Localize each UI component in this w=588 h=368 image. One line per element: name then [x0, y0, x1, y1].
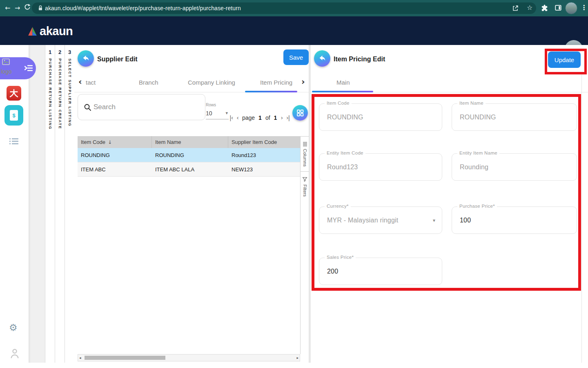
- header-supplier-item-code[interactable]: Supplier Item Code: [228, 136, 300, 148]
- filters-label: Filters: [303, 184, 307, 197]
- cell-supplier-item-code: Round123: [228, 148, 300, 162]
- horizontal-scrollbar[interactable]: ◂ ▸: [78, 354, 300, 361]
- browser-address-bar[interactable]: akaun.cloud/#/applet/tnt/wavelet/erp/pur…: [32, 2, 536, 14]
- cell-item-name: ROUNDING: [152, 148, 228, 162]
- share-icon[interactable]: [512, 4, 519, 13]
- filters-tool[interactable]: Filters: [301, 172, 309, 197]
- last-page-icon[interactable]: ›|: [286, 114, 290, 121]
- tab-branch[interactable]: Branch: [139, 79, 158, 86]
- step-number: 3: [68, 49, 71, 55]
- bookmark-star-icon[interactable]: ☆: [527, 4, 532, 11]
- grid-icon: [296, 109, 304, 117]
- scroll-left-icon[interactable]: ◂: [79, 356, 81, 360]
- field-label: Sales Price*: [325, 255, 356, 260]
- app-icon-invoice[interactable]: $: [4, 105, 23, 126]
- header-label: Item Code: [81, 139, 105, 145]
- logo-placeholder-text: logo: [1, 68, 11, 75]
- item-pricing-edit-panel: Item Pricing Edit Update Main Item Code …: [310, 45, 588, 363]
- field-value: 100: [460, 217, 471, 224]
- of-word: of: [265, 114, 270, 121]
- browser-profile-avatar[interactable]: [565, 2, 577, 14]
- header-item-code[interactable]: Item Code ↓: [78, 136, 152, 148]
- currency-select-field[interactable]: Currency* MYR - Malaysian ringgit ▾: [319, 206, 442, 234]
- back-arrow-icon: [318, 54, 327, 63]
- lock-icon: [38, 5, 43, 13]
- settings-gear-icon[interactable]: ⚙: [9, 322, 18, 333]
- header-label: Item Name: [155, 139, 181, 145]
- table-side-tools: Columns Filters: [300, 136, 309, 354]
- dollar-document-icon: $: [10, 110, 18, 121]
- tenant-logo-pill[interactable]: logo: [0, 57, 36, 79]
- save-button[interactable]: Save: [283, 49, 309, 65]
- step-number: 2: [58, 49, 61, 55]
- extensions-puzzle-icon[interactable]: [541, 4, 549, 13]
- total-pages: 1: [274, 114, 277, 121]
- pagination: |‹ ‹ page 1 of 1 › ›|: [229, 114, 290, 121]
- back-arrow-icon: [81, 54, 90, 63]
- tab-company-linking[interactable]: Company Linking: [188, 79, 235, 86]
- chevron-down-icon: ▾: [433, 218, 435, 223]
- step-purchase-return-listing[interactable]: 1 PURCHASE RETURN LISTING: [45, 45, 55, 363]
- current-page: 1: [258, 114, 262, 121]
- browser-forward-icon[interactable]: →: [15, 4, 20, 12]
- columns-tool[interactable]: Columns: [301, 137, 309, 166]
- tab-contact[interactable]: tact: [86, 79, 96, 86]
- scroll-right-icon[interactable]: ▸: [296, 356, 298, 360]
- cell-item-name: ITEM ABC LALA: [152, 162, 228, 176]
- list-menu-icon[interactable]: [9, 137, 19, 146]
- panel-title: Supplier Edit: [97, 56, 138, 63]
- table-row[interactable]: ROUNDING ROUNDING Round123: [78, 148, 300, 162]
- rows-per-page-select[interactable]: 10 ▾: [206, 110, 229, 119]
- field-value: Rounding: [460, 164, 488, 171]
- tab-main[interactable]: Main: [336, 79, 350, 86]
- step-select-supplier-listing[interactable]: 3 SELECT SUPPLIER LISTING: [65, 45, 75, 363]
- field-value: ROUNDING: [460, 114, 496, 121]
- field-value: 200: [327, 268, 338, 275]
- app-header: akaun: [0, 16, 588, 45]
- purchase-price-field[interactable]: Purchase Price* 100: [452, 206, 577, 234]
- sales-price-field[interactable]: Sales Price* 200: [319, 258, 442, 285]
- browser-refresh-icon[interactable]: [24, 4, 31, 12]
- step-label: SELECT SUPPLIER LISTING: [68, 58, 72, 127]
- search-input[interactable]: [94, 102, 200, 112]
- tabs-scroll-right-icon[interactable]: ›: [301, 77, 305, 87]
- next-page-icon[interactable]: ›: [281, 114, 283, 121]
- browser-back-icon[interactable]: ←: [5, 4, 10, 12]
- supplier-tabs: ‹ tact Branch Company Linking Item Prici…: [74, 74, 309, 92]
- app-icon-da[interactable]: [7, 86, 21, 101]
- screen: ← → akaun.cloud/#/applet/tnt/wavelet/erp…: [0, 0, 588, 368]
- step-label: PURCHASE RETURN LISTING: [48, 58, 52, 130]
- profile-person-icon[interactable]: [10, 348, 20, 361]
- item-name-field: Item Name ROUNDING: [452, 103, 577, 131]
- header-item-name[interactable]: Item Name: [152, 136, 228, 148]
- search-box: [78, 94, 205, 120]
- page-word: page: [242, 114, 255, 121]
- columns-label: Columns: [303, 149, 307, 166]
- tab-item-pricing[interactable]: Item Pricing: [260, 79, 292, 86]
- scrollbar-thumb[interactable]: [85, 356, 165, 360]
- url-text: akaun.cloud/#/applet/tnt/wavelet/erp/pur…: [45, 5, 241, 11]
- back-button[interactable]: [314, 50, 330, 67]
- sort-descending-icon[interactable]: ↓: [108, 139, 112, 145]
- panel-right-divider: [581, 74, 582, 363]
- first-page-icon[interactable]: |‹: [229, 114, 233, 121]
- tabs-scroll-left-icon[interactable]: ‹: [78, 77, 82, 87]
- da-character-icon: [9, 88, 19, 98]
- broken-image-icon: [2, 58, 11, 68]
- browser-menu-icon[interactable]: ⋮: [581, 4, 587, 11]
- menu-collapse-icon[interactable]: [24, 63, 33, 74]
- grid-view-button[interactable]: [292, 105, 308, 121]
- brand-name: akaun: [40, 25, 73, 38]
- entity-item-name-field: Entity Item Name Rounding: [452, 153, 577, 181]
- previous-page-icon[interactable]: ‹: [236, 114, 238, 121]
- brand-logo: akaun: [27, 25, 73, 38]
- update-button[interactable]: Update: [548, 52, 581, 68]
- back-button[interactable]: [78, 50, 94, 67]
- item-table: Item Code ↓ Item Name Supplier Item Code…: [78, 136, 300, 177]
- field-value: Round123: [327, 164, 358, 171]
- table-row[interactable]: ITEM ABC ITEM ABC LALA NEW123: [78, 162, 300, 177]
- step-purchase-return-create[interactable]: 2 PURCHASE RETURN CREATE: [55, 45, 65, 363]
- columns-icon: [303, 141, 307, 146]
- active-tab-underline: [312, 91, 373, 92]
- side-panel-icon[interactable]: [555, 4, 562, 13]
